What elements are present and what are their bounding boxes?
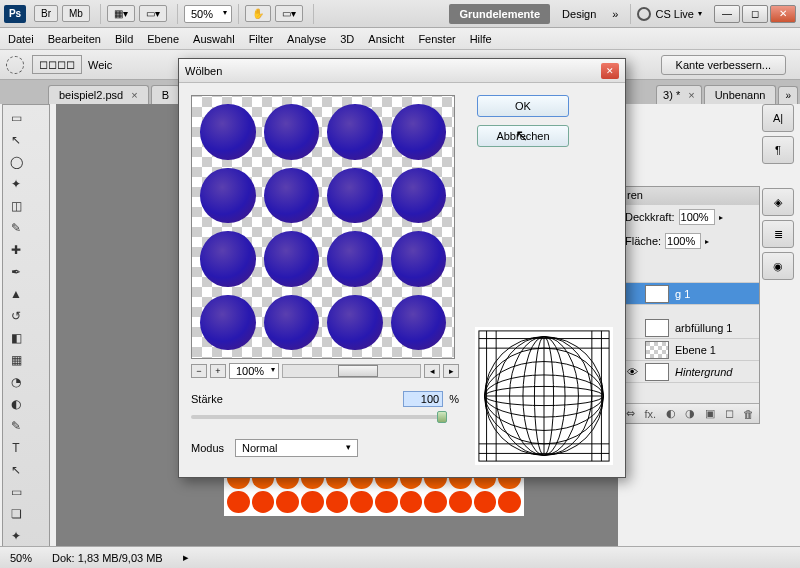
- visibility-icon[interactable]: 👁: [625, 366, 639, 378]
- workspace-more-icon[interactable]: »: [612, 8, 618, 20]
- eyedropper-tool-icon[interactable]: ✎: [6, 218, 26, 238]
- layer-name: g 1: [675, 288, 690, 300]
- workspace-active[interactable]: Grundelemente: [449, 4, 550, 24]
- close-tab-icon[interactable]: ×: [131, 89, 137, 101]
- move-tool-icon[interactable]: ▭: [6, 108, 26, 128]
- status-arrow-icon[interactable]: ▸: [183, 551, 189, 564]
- paths-panel-icon[interactable]: ◉: [762, 252, 794, 280]
- dodge-tool-icon[interactable]: ◐: [6, 394, 26, 414]
- cslive-button[interactable]: CS Live ▾: [637, 7, 702, 21]
- 3d-cam-icon[interactable]: ✦: [6, 526, 26, 546]
- menu-3d[interactable]: 3D: [340, 33, 354, 45]
- hand-icon[interactable]: ✋: [245, 5, 271, 22]
- refine-edge-button[interactable]: Kante verbessern...: [661, 55, 786, 75]
- path-tool-icon[interactable]: ↖: [6, 460, 26, 480]
- zoom-dropdown[interactable]: 50%: [184, 5, 232, 23]
- lasso-tool-icon[interactable]: ◯: [6, 152, 26, 172]
- close-button[interactable]: ✕: [770, 5, 796, 23]
- layers-tab[interactable]: ren: [621, 187, 759, 205]
- paragraph-panel-icon[interactable]: ¶: [762, 136, 794, 164]
- mb-button[interactable]: Mb: [62, 5, 90, 22]
- eraser-tool-icon[interactable]: ◧: [6, 328, 26, 348]
- gradient-tool-icon[interactable]: ▦: [6, 350, 26, 370]
- menu-hilfe[interactable]: Hilfe: [470, 33, 492, 45]
- scroll-right-icon[interactable]: ▸: [443, 364, 459, 378]
- adjust-icon[interactable]: ◑: [685, 407, 695, 420]
- crop-tool-icon[interactable]: ◫: [6, 196, 26, 216]
- strength-slider[interactable]: [191, 415, 447, 419]
- mode-select[interactable]: Normal: [235, 439, 358, 457]
- marquee-tool-icon[interactable]: ↖: [6, 130, 26, 150]
- minimize-button[interactable]: —: [714, 5, 740, 23]
- opacity-label: Deckkraft:: [625, 211, 675, 223]
- scroll-left-icon[interactable]: ◂: [424, 364, 440, 378]
- tool-preset-icon[interactable]: [6, 56, 24, 74]
- maximize-button[interactable]: ◻: [742, 5, 768, 23]
- zoom-in-button[interactable]: +: [210, 364, 226, 378]
- new-icon[interactable]: ◻: [725, 407, 734, 420]
- percent-label: %: [449, 393, 459, 405]
- layer-name: arbfüllung 1: [675, 322, 733, 334]
- opacity-input[interactable]: [679, 209, 715, 225]
- type-tool-icon[interactable]: T: [6, 438, 26, 458]
- doc-tab-2[interactable]: B: [151, 85, 180, 104]
- mask-icon[interactable]: ◐: [666, 407, 676, 420]
- doc-tabs-overflow[interactable]: »: [778, 86, 798, 104]
- layer-row[interactable]: Ebene 1: [621, 339, 759, 361]
- preview-scrollbar[interactable]: [282, 364, 421, 378]
- history-brush-icon[interactable]: ↺: [6, 306, 26, 326]
- layers-panel-icon[interactable]: ◈: [762, 188, 794, 216]
- trash-icon[interactable]: 🗑: [743, 408, 754, 420]
- layer-row[interactable]: arbfüllung 1: [621, 317, 759, 339]
- ok-button[interactable]: OK: [477, 95, 569, 117]
- blur-tool-icon[interactable]: ◔: [6, 372, 26, 392]
- menu-fenster[interactable]: Fenster: [418, 33, 455, 45]
- brush-tool-icon[interactable]: ✒: [6, 262, 26, 282]
- layer-row[interactable]: g 1: [621, 283, 759, 305]
- character-panel-icon[interactable]: A|: [762, 104, 794, 132]
- menu-bearbeiten[interactable]: Bearbeiten: [48, 33, 101, 45]
- dialog-close-icon[interactable]: ✕: [601, 63, 619, 79]
- workspace-design[interactable]: Design: [552, 4, 606, 24]
- app-icon: Ps: [4, 5, 26, 23]
- filter-preview[interactable]: [191, 95, 455, 359]
- doc-tab-1[interactable]: beispiel2.psd ×: [48, 85, 149, 104]
- menu-bild[interactable]: Bild: [115, 33, 133, 45]
- doc-tab-more[interactable]: 3) *×: [656, 85, 702, 104]
- folder-icon[interactable]: ▣: [705, 407, 715, 420]
- zoom-out-button[interactable]: −: [191, 364, 207, 378]
- wand-tool-icon[interactable]: ✦: [6, 174, 26, 194]
- layer-row[interactable]: 👁Hintergrund: [621, 361, 759, 383]
- 3d-tool-icon[interactable]: ❏: [6, 504, 26, 524]
- cancel-button[interactable]: Abbrechen: [477, 125, 569, 147]
- fx-icon[interactable]: fx.: [644, 408, 656, 420]
- pen-tool-icon[interactable]: ✎: [6, 416, 26, 436]
- menu-ansicht[interactable]: Ansicht: [368, 33, 404, 45]
- dialog-titlebar[interactable]: Wölben ✕: [179, 59, 625, 83]
- menu-analyse[interactable]: Analyse: [287, 33, 326, 45]
- strength-input[interactable]: [403, 391, 443, 407]
- selection-mode-icon[interactable]: ◻◻◻◻: [32, 55, 82, 74]
- fill-input[interactable]: [665, 233, 701, 249]
- doc-tab-1-label: beispiel2.psd: [59, 89, 123, 101]
- shape-tool-icon[interactable]: ▭: [6, 482, 26, 502]
- status-zoom[interactable]: 50%: [10, 552, 32, 564]
- menu-datei[interactable]: Datei: [8, 33, 34, 45]
- channels-panel-icon[interactable]: ≣: [762, 220, 794, 248]
- screenmode-icon[interactable]: ▭▾: [139, 5, 167, 22]
- doc-tab-new[interactable]: Unbenann: [704, 85, 777, 104]
- cslive-icon: [637, 7, 651, 21]
- menu-filter[interactable]: Filter: [249, 33, 273, 45]
- status-docsize[interactable]: Dok: 1,83 MB/9,03 MB: [52, 552, 163, 564]
- mode-label: Modus: [191, 442, 235, 454]
- toolbox: ▭↖ ◯✦ ◫✎ ✚✒ ▲↺ ◧▦ ◔◐ ✎T ↖▭ ❏✦ ✋🔍: [2, 104, 50, 568]
- healing-tool-icon[interactable]: ✚: [6, 240, 26, 260]
- menu-auswahl[interactable]: Auswahl: [193, 33, 235, 45]
- arrange-icon[interactable]: ▦▾: [107, 5, 135, 22]
- extras-icon[interactable]: ▭▾: [275, 5, 303, 22]
- preview-zoom-dropdown[interactable]: 100%: [229, 363, 279, 379]
- stamp-tool-icon[interactable]: ▲: [6, 284, 26, 304]
- link-icon[interactable]: ⇔: [626, 407, 635, 420]
- menu-ebene[interactable]: Ebene: [147, 33, 179, 45]
- br-button[interactable]: Br: [34, 5, 58, 22]
